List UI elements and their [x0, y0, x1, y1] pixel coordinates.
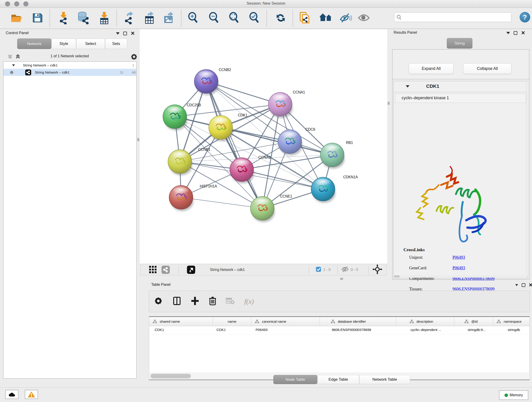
crosslink-label: Uniprot:	[409, 255, 423, 260]
zoom-selected-icon[interactable]	[249, 12, 260, 25]
float-panel-icon[interactable]	[522, 283, 525, 287]
selected-checkbox-icon[interactable]	[316, 267, 321, 273]
network-view-title: String Network – cdk1	[210, 268, 245, 272]
string-network-graph[interactable]: CCNB2CCNA1CDC25BCDK1CDC6RB1CCNB1CCNA2CDK…	[140, 29, 387, 264]
node-table[interactable]: shared name name canonical name database…	[149, 316, 530, 373]
detach-view-icon[interactable]	[187, 266, 195, 274]
splitter-handle[interactable]	[388, 102, 390, 105]
float-panel-icon[interactable]	[514, 31, 517, 35]
function-builder-icon: f(x)	[244, 298, 254, 305]
column-tree-icon	[410, 320, 414, 323]
show-grid-icon[interactable]	[149, 265, 157, 274]
tab-network[interactable]: Network	[17, 38, 51, 49]
tab-edge-table[interactable]: Edge Table	[317, 375, 359, 384]
horizontal-scrollbar[interactable]	[394, 275, 527, 278]
birds-eye-view-icon[interactable]	[372, 264, 382, 275]
show-columns-icon[interactable]	[173, 296, 181, 306]
protein-node-RB1: RB1	[320, 141, 353, 169]
network-collection-row[interactable]: String Network – cdk1 1	[3, 62, 136, 69]
protein-node-CDK1: CDK1	[209, 113, 247, 141]
zoom-out-icon[interactable]	[208, 12, 220, 25]
network-list: String Network – cdk1 1 String Network –…	[3, 61, 137, 379]
crosslink-row: Uniprot: P06493	[394, 252, 527, 263]
svg-text:CCNE1: CCNE1	[280, 194, 292, 198]
tab-network-table[interactable]: Network Table	[359, 375, 410, 384]
home-icon[interactable]	[319, 13, 333, 24]
tab-select[interactable]: Select	[76, 38, 105, 49]
splitter-handle[interactable]	[137, 138, 139, 141]
search-field[interactable]	[394, 12, 511, 22]
collection-expand-icon[interactable]	[12, 64, 15, 66]
tab-sets[interactable]: Sets	[105, 38, 127, 49]
protein-name: CDK1	[426, 83, 439, 89]
collapse-section-icon[interactable]	[406, 85, 409, 88]
panel-menu-icon[interactable]	[506, 32, 510, 34]
toolbar-separator	[266, 10, 267, 27]
import-network-from-file-icon[interactable]	[58, 12, 69, 25]
search-input[interactable]	[404, 15, 504, 19]
table-row[interactable]: CDK1 CDK1 P06493 9606.ENSP00000378699 cy…	[149, 326, 530, 334]
protein-node-CCNB2: CCNB2	[194, 68, 231, 95]
options-gear-icon[interactable]	[130, 53, 138, 61]
refresh-view-icon[interactable]	[275, 12, 286, 24]
crosslink-link[interactable]: P06493	[452, 266, 465, 270]
tab-style[interactable]: Style	[51, 38, 76, 49]
network-row[interactable]: String Network – cdk1 11 48	[3, 69, 136, 76]
protein-description: cyclin–dependent kinase 1	[395, 94, 526, 103]
selected-count-badge: 1 - 0	[323, 268, 331, 272]
vertical-scrollbar[interactable]	[526, 82, 529, 276]
warnings-button[interactable]	[25, 390, 38, 399]
export-table-icon[interactable]	[144, 12, 155, 25]
export-network-icon[interactable]	[123, 12, 135, 25]
window-title: Session: New Session	[0, 1, 532, 6]
zoom-in-icon[interactable]	[187, 12, 199, 25]
add-column-icon[interactable]	[191, 296, 199, 306]
duplicate-network-view-icon[interactable]	[299, 12, 311, 25]
network-view-icon[interactable]	[162, 266, 170, 274]
highlight-eye-icon	[358, 13, 370, 23]
help-icon[interactable]: ?	[520, 12, 530, 22]
cloud-button[interactable]	[5, 390, 19, 399]
zoom-fit-content-icon[interactable]	[228, 12, 240, 25]
cell-database-identifier: 9606.ENSP00000378699	[320, 326, 396, 334]
column-tree-icon	[464, 320, 469, 323]
column-tree-icon	[153, 320, 157, 323]
hidden-count-badge: 0 - 0	[351, 268, 358, 272]
close-panel-icon[interactable]: ✕	[131, 32, 135, 35]
protein-detail-card: CDK1 cyclin–dependent kinase 1	[393, 81, 528, 279]
svg-text:HIST1H1A: HIST1H1A	[200, 184, 217, 188]
toolbar-separator	[293, 10, 293, 27]
panel-menu-icon[interactable]	[116, 32, 120, 35]
protein-node-CCNA1: CCNA1	[268, 90, 305, 118]
collapse-all-button[interactable]: Collapse All	[463, 63, 512, 74]
tab-node-table[interactable]: Node Table	[273, 375, 317, 384]
footer-separator	[337, 266, 338, 274]
column-header: description	[417, 319, 433, 324]
memory-button[interactable]: Memory	[499, 390, 528, 400]
cell-name: CDK1	[213, 326, 252, 334]
show-hide-graphics-details-icon[interactable]	[340, 13, 352, 24]
panel-menu-icon[interactable]	[515, 284, 518, 286]
table-gear-icon[interactable]	[154, 297, 163, 306]
import-network-from-database-icon[interactable]	[77, 12, 89, 25]
close-panel-icon[interactable]: ✕	[521, 31, 525, 35]
memory-label: Memory	[510, 393, 523, 397]
save-session-icon[interactable]	[32, 12, 43, 24]
expand-all-button[interactable]: Expand All	[409, 63, 454, 74]
network-canvas[interactable]: CCNB2CCNA1CDC25BCDK1CDC6RB1CCNB1CCNA2CDK…	[140, 29, 387, 264]
table-header-row[interactable]: shared name name canonical name database…	[149, 317, 530, 326]
footer-separator	[309, 266, 309, 274]
svg-text:CCNB2: CCNB2	[219, 68, 231, 72]
splitter-handle[interactable]	[340, 278, 343, 280]
tab-string[interactable]: String	[447, 38, 472, 49]
export-image-icon[interactable]	[163, 12, 175, 25]
svg-text:CDKN1A: CDKN1A	[343, 175, 358, 179]
close-panel-icon[interactable]: ✕	[529, 283, 532, 287]
float-panel-icon[interactable]	[123, 32, 127, 35]
crosslink-link[interactable]: P06493	[452, 255, 465, 260]
delete-column-icon[interactable]	[209, 296, 216, 307]
import-table-from-file-icon[interactable]	[99, 12, 110, 25]
open-session-icon[interactable]	[10, 12, 23, 24]
footer-separator	[178, 266, 179, 274]
column-tree-icon	[331, 320, 335, 323]
